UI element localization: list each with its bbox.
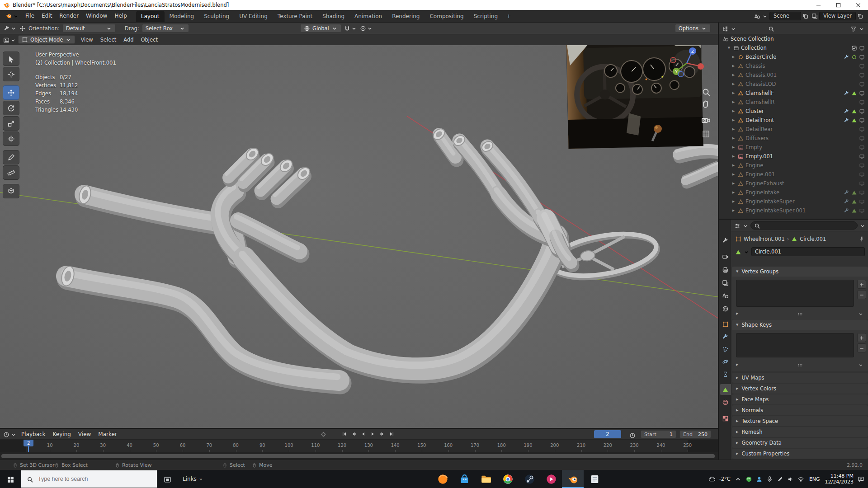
timeline-editor-icon[interactable] (3, 430, 9, 438)
expand-arrow-icon[interactable]: ▶ (731, 182, 736, 185)
breadcrumb-data[interactable]: Circle.001 (800, 236, 826, 242)
subpanel-arrow-icon[interactable]: ▶ (736, 363, 738, 366)
properties-tab-constraints[interactable] (720, 369, 731, 380)
scene-browse-button[interactable] (754, 12, 760, 20)
properties-tab-output[interactable] (720, 264, 731, 275)
workspace-tab-rendering[interactable]: Rendering (387, 11, 425, 22)
outliner-item-detailrear[interactable]: ▶DetailRear (719, 125, 868, 134)
previous-keyframe-button[interactable] (349, 430, 358, 438)
tray-expand-button[interactable] (735, 476, 741, 483)
properties-tab-tool[interactable] (720, 235, 731, 246)
taskbar-search[interactable] (21, 470, 157, 488)
expand-arrow-icon[interactable]: ▶ (731, 155, 736, 158)
expand-arrow-icon[interactable]: ▶ (731, 82, 736, 86)
start-button[interactable] (0, 470, 21, 488)
workspace-tab-animation[interactable]: Animation (349, 11, 387, 22)
outliner-item-chassis[interactable]: ▶Chassis (719, 61, 868, 70)
new-scene-button[interactable] (802, 12, 809, 20)
panel-custom-properties[interactable]: ▶Custom Properties (732, 449, 868, 459)
monitor-icon[interactable] (859, 108, 865, 114)
viewport-menu-select[interactable]: Select (97, 35, 120, 44)
taskbar-app-file-explorer[interactable] (475, 470, 497, 488)
menu-file[interactable]: File (22, 10, 38, 21)
properties-search-input[interactable] (762, 222, 854, 229)
scene-selector[interactable]: Scene (754, 12, 809, 20)
outliner-item-empty[interactable]: ▶Empty (719, 143, 868, 152)
panel-geometry-data[interactable]: ▶Geometry Data (732, 438, 868, 448)
tool-add-cube[interactable] (3, 184, 19, 198)
workspace-tab-compositing[interactable]: Compositing (425, 11, 468, 22)
viewport-canvas[interactable]: Z Y User Perspective (2) Collection | Wh… (0, 45, 718, 428)
panel-texture-space[interactable]: ▶Texture Space (732, 416, 868, 426)
properties-tab-modifiers[interactable] (720, 331, 731, 342)
checkon-icon[interactable] (851, 45, 857, 51)
properties-tab-texture[interactable] (720, 413, 731, 424)
breadcrumb-object[interactable]: WheelFront.001 (744, 236, 785, 242)
tray-pen-button[interactable] (777, 476, 783, 483)
timeline-menu-keying[interactable]: Keying (49, 430, 75, 439)
expand-arrow-icon[interactable]: ▶ (731, 145, 736, 149)
expand-arrow-icon[interactable]: ▶ (731, 91, 736, 95)
workspace-tab-shading[interactable]: Shading (317, 11, 349, 22)
play-reverse-button[interactable] (359, 430, 368, 438)
monitor-icon[interactable] (859, 163, 865, 169)
jump-to-end-button[interactable] (387, 430, 396, 438)
tray-nvidia-button[interactable] (745, 476, 752, 483)
task-view-button[interactable] (157, 470, 177, 488)
properties-tab-particles[interactable] (720, 344, 731, 355)
search-input[interactable] (37, 475, 151, 483)
panel-normals[interactable]: ▶Normals (732, 405, 868, 415)
outliner-item-chassislod[interactable]: ▶ChassisLOD (719, 80, 868, 89)
panel-grip-icon[interactable] (797, 310, 803, 318)
expand-arrow-icon[interactable]: ▶ (731, 55, 736, 59)
monitor-icon[interactable] (859, 54, 865, 60)
workspace-tab-texture-paint[interactable]: Texture Paint (273, 11, 317, 22)
properties-tab-material[interactable] (720, 397, 731, 408)
editor-type-button[interactable] (3, 35, 16, 44)
view-layer-selector[interactable]: View Layer (811, 12, 863, 20)
expand-arrow-icon[interactable]: ▶ (731, 64, 736, 68)
monitor-icon[interactable] (859, 45, 865, 51)
viewport-menu-add[interactable]: Add (120, 35, 137, 44)
links-toolbar[interactable]: Links » (183, 476, 203, 482)
shape-key-specials-button[interactable] (858, 361, 864, 369)
auto-keying-toggle[interactable] (319, 430, 328, 438)
monitor-icon[interactable] (859, 181, 865, 187)
vertex-groups-panel-header[interactable]: ▼ Vertex Groups (732, 267, 868, 277)
monitor-icon[interactable] (859, 127, 865, 132)
menu-render[interactable]: Render (56, 10, 82, 21)
expand-arrow-icon[interactable]: ▶ (731, 164, 736, 167)
expand-arrow-icon[interactable]: ▶ (731, 200, 736, 203)
panel-vertex-colors[interactable]: ▶Vertex Colors (732, 384, 868, 394)
expand-arrow-icon[interactable]: ▶ (731, 100, 736, 104)
onedrive-tray-button[interactable] (708, 476, 715, 483)
camera-view-button[interactable] (702, 118, 710, 122)
tray-volume-button[interactable] (787, 476, 794, 483)
workspace-tab-sculpting[interactable]: Sculpting (199, 11, 234, 22)
scene-name-field[interactable]: Scene (769, 12, 801, 20)
tool-annotate[interactable] (3, 150, 19, 164)
outliner-item-engine[interactable]: ▶Engine (719, 161, 868, 170)
next-keyframe-button[interactable] (378, 430, 387, 438)
monitor-icon[interactable] (859, 117, 865, 123)
properties-tab-physics[interactable] (720, 356, 731, 367)
monitor-icon[interactable] (859, 81, 865, 87)
pin-id-button[interactable] (859, 236, 865, 243)
outliner-item-empty-001[interactable]: ▶Empty.001 (719, 152, 868, 161)
tool-move[interactable] (3, 85, 19, 100)
expand-arrow-icon[interactable]: ▶ (731, 209, 736, 212)
tool-rotate[interactable] (3, 101, 19, 115)
outliner-item-clamshellr[interactable]: ▶ClamshellR (719, 98, 868, 107)
taskbar-app-firefox[interactable] (432, 470, 453, 488)
orientation-dropdown[interactable]: Default (62, 24, 116, 33)
outliner-search-button[interactable] (768, 24, 774, 33)
monitor-icon[interactable] (859, 63, 865, 69)
menu-help[interactable]: Help (111, 10, 130, 21)
collapse-arrow-icon[interactable]: ▼ (726, 46, 731, 50)
outliner-item-beziercircle[interactable]: ▶BezierCircle (719, 52, 868, 61)
remove-vertex-group-button[interactable] (857, 290, 866, 299)
tray-user-button[interactable] (756, 476, 763, 483)
zoom-button[interactable] (703, 89, 711, 97)
menu-edit[interactable]: Edit (38, 10, 56, 21)
workspace-tab-modeling[interactable]: Modeling (165, 11, 199, 22)
